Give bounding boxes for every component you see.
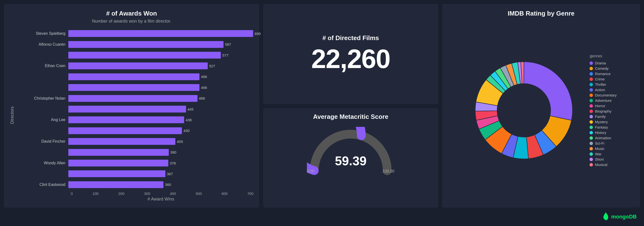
legend-label: History: [595, 131, 606, 135]
x-axis-tick: 100: [92, 192, 98, 196]
bar: [68, 127, 182, 134]
legend-dot: [590, 72, 593, 76]
awards-title: # of Awards Won: [10, 10, 254, 17]
legend-item: Family: [590, 114, 616, 119]
gauge-value: 59.39: [307, 154, 394, 168]
legend-dot: [590, 77, 593, 81]
legend-dot: [590, 120, 593, 124]
bar-value: 378: [170, 161, 176, 165]
awards-subtitle: Number of awards won by a film director.: [10, 19, 254, 24]
legend-title: genres: [590, 54, 616, 59]
x-axis-labels: 0100200300400500600700: [68, 192, 254, 196]
x-axis-tick: 200: [118, 192, 124, 196]
bar-wrapper: 488: [68, 95, 254, 102]
legend-label: Drama: [595, 61, 606, 65]
bar-wrapper: 360: [68, 181, 254, 188]
donut-area: genres DramaComedyRomanceCrimeThrillerAc…: [448, 19, 634, 202]
legend-label: Horror: [595, 104, 605, 108]
bar-value: 527: [209, 64, 215, 68]
bar-row: 496: [20, 83, 254, 92]
legend: genres DramaComedyRomanceCrimeThrillerAc…: [590, 54, 616, 167]
legend-label: Mystery: [595, 120, 608, 124]
x-axis: 0100200300400500600700: [68, 190, 254, 196]
directed-films-panel: # of Directed Films 22,260: [263, 4, 438, 104]
x-axis-title: # Award Wins: [68, 197, 254, 202]
bar: [68, 52, 221, 59]
legend-item: Action: [590, 88, 616, 92]
bar: [68, 95, 198, 102]
bar-row: Alfonso Cuarèn587: [20, 39, 254, 49]
bar-row: Ang Lee438: [20, 115, 254, 125]
bar-wrapper: 496: [68, 73, 254, 80]
gauge-container: 59.39 0.00 100.00: [307, 127, 394, 176]
legend-label: War: [595, 152, 602, 156]
bar: [68, 84, 200, 91]
legend-dot: [590, 61, 593, 65]
bar-row: 496: [20, 72, 254, 82]
imdb-title: IMDB Rating by Genre: [448, 10, 634, 17]
bar-chart: Directors Steven Spielberg699Alfonso Cua…: [10, 29, 254, 202]
bar-label: Christopher Nolan: [20, 96, 68, 101]
bars-container: Steven Spielberg699Alfonso Cuarèn587577E…: [17, 29, 254, 190]
bar-value: 587: [225, 42, 231, 46]
legend-dot: [590, 136, 593, 140]
bar: [68, 160, 168, 167]
legend-dot: [590, 83, 593, 86]
imdb-panel: IMDB Rating by Genre genres DramaComedyR…: [442, 4, 640, 208]
legend-label: Family: [595, 114, 606, 119]
legend-dot: [590, 88, 593, 92]
footer: mongoDB: [0, 212, 644, 226]
bar-label: Ang Lee: [20, 118, 68, 122]
bar-label: Ethan Coen: [20, 64, 68, 68]
mongodb-text: mongoDB: [611, 214, 637, 220]
bar-wrapper: 367: [68, 170, 254, 177]
bar-value: 488: [199, 96, 205, 100]
y-axis-label: Directors: [10, 29, 15, 202]
donut-segment: [524, 62, 572, 120]
legend-label: Sci-Fi: [595, 141, 604, 145]
bar: [68, 170, 166, 177]
legend-item: Drama: [590, 61, 616, 65]
legend-label: Short: [595, 157, 604, 161]
bar: [68, 30, 253, 37]
legend-label: Action: [595, 88, 605, 92]
legend-dot: [590, 110, 593, 113]
legend-dot: [590, 142, 593, 145]
x-axis-tick: 600: [222, 192, 228, 196]
directed-films-title: # of Directed Films: [322, 34, 379, 42]
bar-value: 380: [170, 150, 176, 154]
legend-dot: [590, 99, 593, 102]
bar: [68, 149, 169, 156]
legend-label: Romance: [595, 72, 610, 76]
bar-wrapper: 438: [68, 116, 254, 123]
bar: [68, 73, 200, 80]
bar-value: 438: [186, 118, 192, 122]
bar-row: 380: [20, 147, 254, 157]
legend-dot: [590, 67, 593, 70]
legend-label: Musical: [595, 163, 607, 167]
bar: [68, 106, 186, 113]
gauge-max: 100.00: [382, 169, 394, 174]
bar-wrapper: 527: [68, 62, 254, 69]
bar-value: 496: [201, 75, 207, 79]
legend-label: Music: [595, 147, 604, 151]
bar-row: 445: [20, 104, 254, 114]
bar: [68, 116, 184, 123]
bar-wrapper: 699: [68, 30, 254, 37]
legend-dot: [590, 94, 593, 97]
legend-item: Sci-Fi: [590, 141, 616, 145]
legend-dot: [590, 163, 593, 167]
x-axis-tick: 0: [71, 192, 73, 196]
bar-label: Woody Allen: [20, 161, 68, 165]
bar-label: David Fincher: [20, 139, 68, 144]
legend-label: Fantasy: [595, 125, 608, 129]
bar-value: 360: [165, 183, 171, 187]
legend-item: Animation: [590, 136, 616, 140]
donut-svg: [466, 52, 582, 169]
bar-value: 405: [177, 140, 183, 144]
legend-items: DramaComedyRomanceCrimeThrillerActionDoc…: [590, 61, 616, 167]
bar-wrapper: 587: [68, 41, 254, 48]
legend-dot: [590, 115, 593, 118]
legend-dot: [590, 126, 593, 129]
bar-wrapper: 445: [68, 106, 254, 113]
